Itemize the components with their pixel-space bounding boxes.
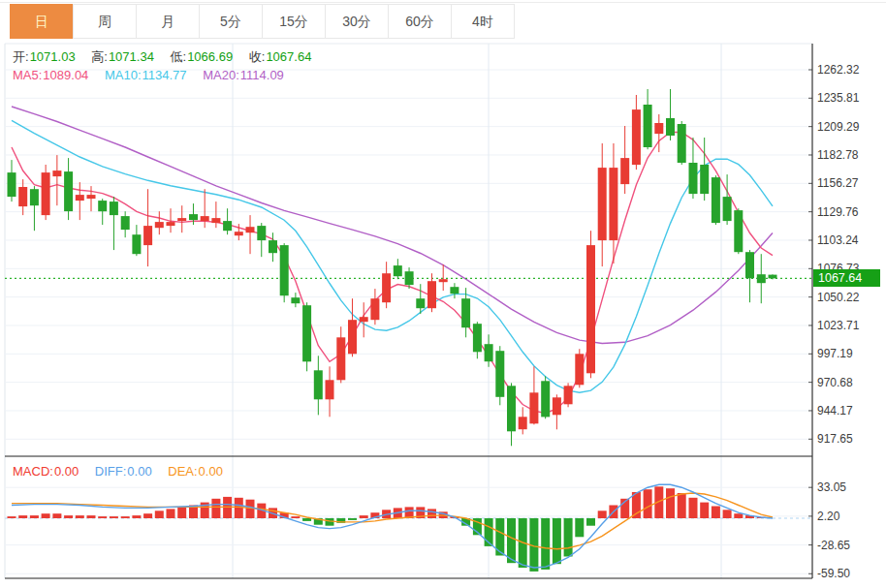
ma20-value: 1114.09 — [240, 68, 284, 82]
macd-legend: MACD:0.00 DIFF:0.00 DEA:0.00 — [13, 464, 236, 479]
close-value: 1067.64 — [266, 49, 311, 64]
price-axis-label: 1235.81 — [817, 91, 860, 105]
trading-chart-window: 日周月5分15分30分60分4时 1262.321235.811209.2911… — [0, 0, 886, 588]
ma10-label: MA10: — [105, 68, 142, 82]
ma20-label: MA20: — [203, 68, 239, 82]
diff-label: DIFF: — [95, 464, 127, 479]
price-axis-label: 1156.27 — [817, 176, 859, 190]
macd-histogram — [8, 486, 766, 572]
ma10-value: 1134.77 — [142, 68, 187, 82]
price-axis-label: 1129.76 — [817, 205, 859, 219]
macd-axis-label: 33.05 — [817, 480, 846, 494]
macd-axis-label: -28.65 — [817, 539, 850, 552]
price-axis-label: 1209.29 — [817, 120, 860, 134]
ma5-label: MA5: — [13, 68, 42, 82]
current-price-badge: 1067.64 — [813, 269, 880, 287]
high-label: 高: — [91, 49, 108, 64]
price-axis-label: 1182.78 — [817, 148, 859, 162]
low-label: 低: — [171, 49, 187, 64]
ma10-line — [12, 120, 773, 392]
dea-line — [12, 493, 773, 549]
price-axis-label: 1023.71 — [817, 319, 860, 332]
price-axis-label: 944.17 — [817, 404, 853, 418]
macd-axis-label: -59.50 — [817, 567, 850, 580]
price-axis-label: 997.19 — [817, 347, 853, 360]
macd-axis-label: 2.20 — [817, 510, 840, 523]
high-value: 1071.34 — [109, 49, 154, 64]
price-axis-label: 1103.24 — [817, 233, 859, 247]
ma5-value: 1089.04 — [43, 68, 88, 82]
price-axis-label: 1262.32 — [817, 63, 860, 77]
dea-value: 0.00 — [199, 464, 223, 479]
macd-value: 0.00 — [54, 464, 79, 479]
open-label: 开: — [13, 49, 29, 64]
price-axis-label: 917.65 — [817, 432, 853, 446]
diff-value: 0.00 — [127, 464, 151, 479]
low-value: 1066.69 — [187, 49, 233, 64]
ma-legend: MA5:1089.04 MA10:1134.77 MA20:1114.09 — [13, 68, 297, 82]
macd-label: MACD: — [13, 464, 53, 479]
ohlc-legend: 开:1071.03 高:1071.34 低:1066.69 收:1067.64 — [13, 48, 324, 66]
dea-label: DEA: — [168, 464, 197, 479]
price-axis-label: 970.68 — [817, 376, 853, 389]
price-axis-label: 1050.22 — [817, 291, 860, 304]
chart-canvas[interactable]: 1262.321235.811209.291182.781156.271129.… — [0, 0, 886, 588]
close-label: 收: — [249, 49, 266, 64]
candlestick-series — [8, 89, 777, 446]
open-value: 1071.03 — [30, 49, 76, 64]
